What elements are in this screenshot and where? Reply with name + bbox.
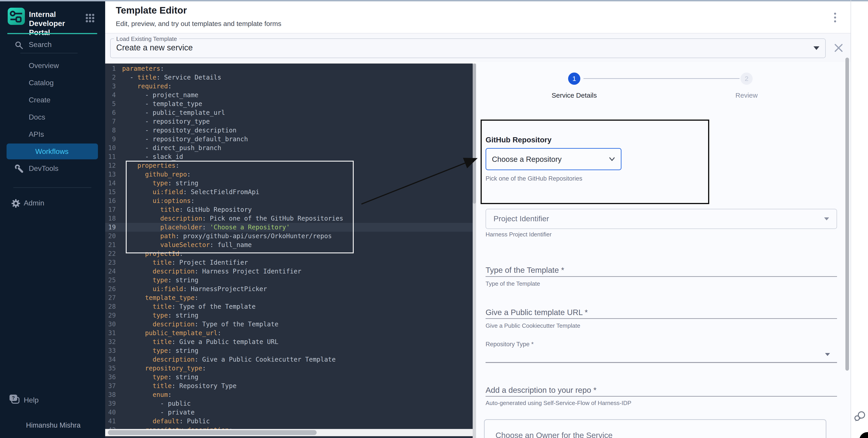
- sidebar: Internal Developer Portal Search: [0, 1, 105, 438]
- repo-description-input[interactable]: [486, 396, 837, 397]
- caret-down-icon: [824, 217, 829, 221]
- line-number: 18: [105, 214, 116, 223]
- line-number: 34: [105, 355, 116, 364]
- line-number: 36: [105, 373, 116, 381]
- code-line: 39 - public: [105, 399, 473, 408]
- line-number: 14: [105, 179, 116, 188]
- template-loader-section: Load Existing Template Create a new serv…: [105, 33, 850, 62]
- owner-select[interactable]: Choose an Owner for the Service: [484, 419, 827, 438]
- code-line: 1parameters:: [105, 64, 473, 73]
- sidebar-search[interactable]: Search: [0, 39, 105, 53]
- user-name: Himanshu Mishra: [26, 421, 81, 429]
- code-line: 24 description: Harness Project Identifi…: [105, 267, 473, 276]
- stepper-label-review: Review: [713, 92, 780, 99]
- sidebar-item-devtools[interactable]: DevTools: [0, 160, 105, 177]
- sidebar-item-catalog[interactable]: Catalog: [0, 74, 105, 91]
- divider: [13, 188, 91, 188]
- yaml-code-editor[interactable]: 1parameters:2 - title: Service Details3 …: [105, 64, 473, 438]
- sidebar-item-docs[interactable]: Docs: [0, 108, 105, 126]
- code-line: 27 template_type:: [105, 293, 473, 302]
- sidebar-item-label: DevTools: [29, 164, 59, 173]
- line-number: 22: [105, 249, 116, 258]
- line-number: 6: [105, 108, 116, 117]
- line-number: 8: [105, 126, 116, 135]
- line-number: 29: [105, 311, 116, 320]
- owner-label: Choose an Owner for the Service: [496, 431, 613, 438]
- admin-label: Admin: [24, 199, 44, 207]
- line-number: 2: [105, 73, 116, 82]
- repo-description-label: Add a description to your repo *: [486, 385, 596, 395]
- line-number: 37: [105, 381, 116, 390]
- code-line: 18 description: Pick one of the GitHub R…: [105, 214, 473, 223]
- wrench-icon: [14, 164, 24, 174]
- template-type-input[interactable]: [486, 276, 837, 277]
- line-number: 26: [105, 284, 116, 293]
- line-number: 33: [105, 346, 116, 355]
- project-identifier-select[interactable]: Project Identifier: [486, 209, 837, 229]
- code-line: 32 title: Give a Public template URL: [105, 337, 473, 346]
- load-template-label: Load Existing Template: [114, 35, 179, 42]
- sidebar-item-create[interactable]: Create: [0, 91, 105, 108]
- line-number: 31: [105, 329, 116, 337]
- code-line: 38 enum:: [105, 390, 473, 399]
- sidebar-item-workflows[interactable]: Workflows: [6, 143, 98, 159]
- code-lines: 1parameters:2 - title: Service Details3 …: [105, 64, 473, 434]
- panel-scrollbar-thumb[interactable]: [845, 58, 849, 371]
- close-icon[interactable]: [834, 43, 844, 53]
- line-number: 23: [105, 258, 116, 267]
- code-line: 41 default: Public: [105, 417, 473, 426]
- sidebar-item-label: Docs: [29, 113, 45, 121]
- code-line: 7 - repository_type: [105, 117, 473, 126]
- app-grid-icon[interactable]: [85, 13, 95, 23]
- chat-feedback-icon[interactable]: [854, 410, 866, 423]
- sidebar-item-label: Workflows: [35, 147, 68, 156]
- code-line: 23 title: Project Identifier: [105, 258, 473, 267]
- chevron-down-icon: [813, 46, 819, 50]
- template-editor-page: Internal Developer Portal Search: [0, 0, 868, 438]
- public-template-url-input[interactable]: [486, 318, 837, 319]
- code-line: 13 github_repo:: [105, 170, 473, 179]
- code-line: 37 title: Repository Type: [105, 381, 473, 390]
- app-logo-icon[interactable]: [8, 8, 25, 25]
- code-line: 36 type: string: [105, 373, 473, 381]
- stepper-step-2[interactable]: 2: [740, 72, 753, 85]
- sidebar-item-label: APIs: [29, 130, 44, 139]
- editor-vertical-scrollbar-thumb[interactable]: [473, 64, 476, 204]
- help-icon: ?: [9, 394, 22, 406]
- line-number: 12: [105, 161, 116, 170]
- load-template-select[interactable]: Load Existing Template Create a new serv…: [110, 38, 826, 58]
- sidebar-accent-divider: [7, 33, 97, 34]
- line-number: 35: [105, 364, 116, 373]
- code-line: 19 placeholder: 'Choose a Repository': [105, 223, 473, 232]
- kebab-menu-icon[interactable]: [834, 11, 843, 25]
- sidebar-item-admin[interactable]: Admin: [0, 196, 105, 211]
- line-number: 20: [105, 232, 116, 240]
- sidebar-item-help[interactable]: ? Help: [0, 392, 105, 408]
- page-subtitle: Edit, preview, and try out templates and…: [116, 20, 281, 28]
- sidebar-item-overview[interactable]: Overview: [0, 57, 105, 74]
- stepper-step-1[interactable]: 1: [568, 72, 580, 85]
- project-identifier-placeholder: Project Identifier: [494, 214, 549, 223]
- code-line: 33 type: string: [105, 346, 473, 355]
- line-number: 30: [105, 320, 116, 329]
- code-line: 4 - project_name: [105, 91, 473, 99]
- line-number: 10: [105, 143, 116, 152]
- repository-type-select[interactable]: [486, 362, 837, 363]
- stepper-connector: [584, 78, 740, 79]
- line-number: 28: [105, 302, 116, 311]
- search-label: Search: [29, 40, 52, 49]
- github-repository-select[interactable]: Choose a Repository: [486, 148, 621, 170]
- editor-horizontal-scrollbar-thumb[interactable]: [108, 430, 317, 435]
- repository-type-label: Repository Type *: [486, 341, 534, 348]
- code-line: 30 description: Type of the Template: [105, 320, 473, 329]
- code-line: 31 public_template_url:: [105, 329, 473, 337]
- code-line: 5 - template_type: [105, 99, 473, 108]
- line-number: 3: [105, 82, 116, 91]
- code-line: 25 type: string: [105, 276, 473, 284]
- user-menu[interactable]: HM Himanshu Mishra: [0, 415, 105, 435]
- line-number: 9: [105, 135, 116, 143]
- page-title: Template Editor: [116, 5, 187, 16]
- sidebar-item-apis[interactable]: APIs: [0, 126, 105, 143]
- line-number: 16: [105, 196, 116, 205]
- line-number: 17: [105, 205, 116, 214]
